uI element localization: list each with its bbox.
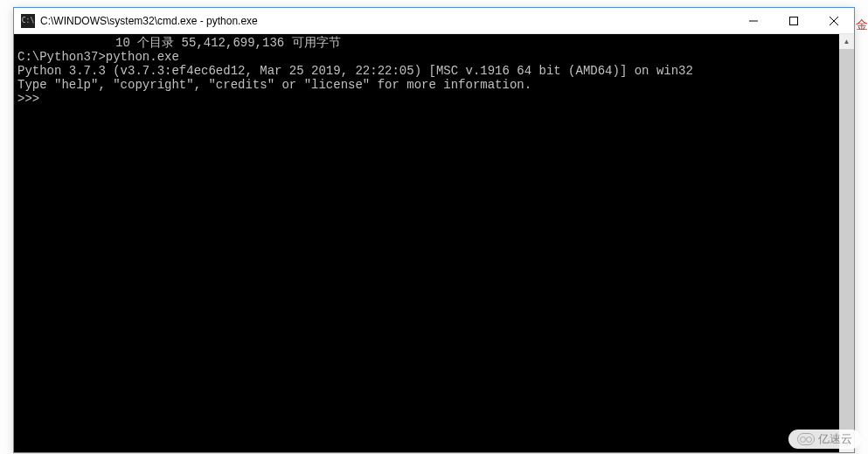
cmd-icon: C:\ [21,14,35,28]
cloud-icon [797,433,815,445]
scroll-thumb[interactable] [839,49,854,437]
scroll-track[interactable] [839,49,854,437]
cmd-icon-label: C:\ [22,17,34,24]
bg-red-mark: 金 [856,17,868,33]
maximize-icon [789,17,798,25]
close-button[interactable] [814,8,854,33]
console-area[interactable]: 10 个目录 55,412,699,136 可用字节C:\Python37>py… [14,34,854,452]
cmd-window: C:\ C:\WINDOWS\system32\cmd.exe - python… [13,7,855,453]
titlebar[interactable]: C:\ C:\WINDOWS\system32\cmd.exe - python… [14,8,854,34]
console-line: C:\Python37>python.exe [17,50,836,64]
close-icon [830,17,838,25]
watermark-badge: 亿速云 [788,430,861,449]
window-title: C:\WINDOWS\system32\cmd.exe - python.exe [40,15,733,27]
minimize-button[interactable] [733,8,774,33]
svg-rect-1 [790,17,798,24]
maximize-button[interactable] [774,8,814,33]
console-line: Type "help", "copyright", "credits" or "… [17,78,836,92]
watermark-text: 亿速云 [818,431,852,447]
console-content[interactable]: 10 个目录 55,412,699,136 可用字节C:\Python37>py… [14,34,839,452]
minimize-icon [749,17,758,25]
vertical-scrollbar[interactable]: ▲ ▼ [839,34,854,452]
console-line: 10 个目录 55,412,699,136 可用字节 [17,36,836,50]
scroll-up-arrow[interactable]: ▲ [839,34,854,49]
console-line: Python 3.7.3 (v3.7.3:ef4ec6ed12, Mar 25 … [17,64,836,78]
window-controls [733,8,854,33]
console-line: >>> [17,92,836,106]
